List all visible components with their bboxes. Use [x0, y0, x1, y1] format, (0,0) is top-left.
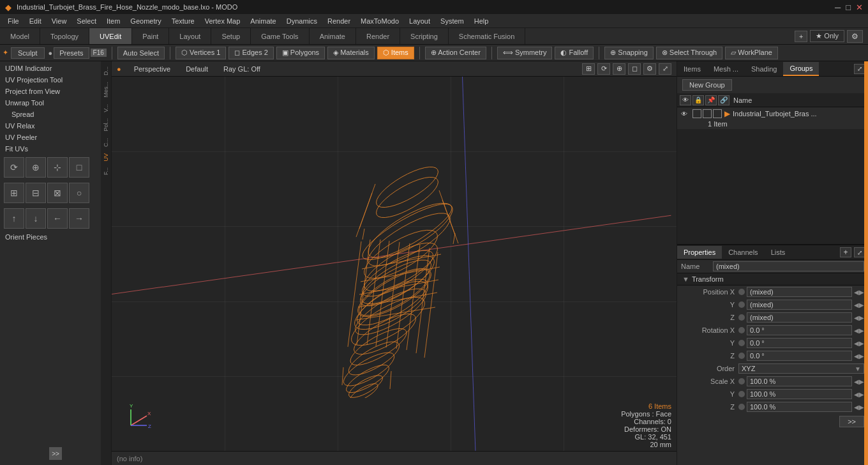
right-tab-mesh[interactable]: Mesh ... — [707, 63, 745, 75]
group-item-checkbox2[interactable] — [703, 109, 712, 118]
new-group-button[interactable]: New Group — [682, 79, 732, 91]
main-tab-animate[interactable]: Animate — [310, 28, 356, 44]
props-tab-lists[interactable]: Lists — [765, 246, 792, 259]
rotation-z-arrow[interactable]: ◀▶ — [854, 353, 864, 360]
tool-icon-2[interactable]: ⊕ — [26, 157, 46, 178]
viewport-settings-btn[interactable]: ⚙ — [643, 63, 656, 75]
tool-fit-uvs[interactable]: Fit UVs — [1, 143, 110, 155]
group-item-row[interactable]: 👁 ▶ Industrial_Turbojet_Bras ... — [677, 107, 868, 120]
right-tab-items[interactable]: Items — [677, 63, 707, 75]
menu-item-maxtomodo[interactable]: MaxToModo — [355, 16, 404, 26]
edges-button[interactable]: ◻ Edges 2 — [228, 47, 273, 59]
groups-lock-btn[interactable]: 🔒 — [692, 95, 704, 105]
arrow-down[interactable]: ↓ — [26, 208, 46, 229]
tool-unwrap[interactable]: Unwrap Tool — [1, 97, 110, 109]
rotation-z-value[interactable]: 0.0 ° — [747, 351, 852, 361]
vertices-button[interactable]: ⬡ Vertices 1 — [176, 47, 226, 59]
side-tab-v[interactable]: V... — [101, 102, 110, 115]
menu-item-animate[interactable]: Animate — [245, 16, 281, 26]
menu-item-view[interactable]: View — [47, 16, 72, 26]
side-tab-pol[interactable]: Pol... — [101, 116, 110, 134]
tool-icon-1[interactable]: ⟳ — [4, 157, 24, 178]
viewport-fit-btn[interactable]: ◻ — [628, 63, 641, 75]
transform-section-header[interactable]: ▼ Transform — [677, 273, 868, 286]
polygons-button[interactable]: ▣ Polygons — [276, 47, 325, 59]
menu-item-help[interactable]: Help — [469, 16, 494, 26]
rotation-x-arrow[interactable]: ◀▶ — [854, 327, 864, 334]
tabbar-gear-button[interactable]: ⚙ — [847, 30, 863, 43]
main-tab-scripting[interactable]: Scripting — [400, 28, 449, 44]
position-y-dot[interactable] — [738, 301, 745, 308]
position-z-dot[interactable] — [738, 314, 745, 321]
menu-item-item[interactable]: Item — [101, 16, 125, 26]
tabbar-plus-button[interactable]: + — [795, 31, 807, 42]
action-center-button[interactable]: ⊕ Action Center — [425, 47, 486, 59]
viewport-perspective-tab[interactable]: Perspective — [129, 64, 176, 74]
props-tab-properties[interactable]: Properties — [677, 246, 722, 259]
tool-uv-relax[interactable]: UV Relax — [1, 120, 110, 132]
menu-item-geometry[interactable]: Geometry — [125, 16, 166, 26]
close-button[interactable]: ✕ — [856, 3, 863, 12]
right-tab-shading[interactable]: Shading — [745, 63, 783, 75]
menu-item-file[interactable]: File — [3, 16, 24, 26]
tool-udim-indicator[interactable]: UDIM Indicator — [1, 63, 110, 74]
items-button[interactable]: ⬡ Items — [377, 47, 414, 59]
arrow-right[interactable]: → — [69, 208, 89, 229]
position-x-value[interactable]: (mixed) — [747, 287, 852, 297]
side-tab-c[interactable]: C... — [101, 135, 110, 149]
auto-select-button[interactable]: Auto Select — [117, 47, 165, 59]
sculpt-button[interactable]: Sculpt — [11, 47, 45, 59]
groups-visibility-btn[interactable]: 👁 — [680, 95, 691, 105]
group-item-checkbox3[interactable] — [713, 109, 722, 118]
main-tab-topology[interactable]: Topology — [40, 28, 89, 44]
tool-project-from-view[interactable]: Project from View — [1, 86, 110, 97]
presets-button[interactable]: Presets — [54, 47, 89, 59]
main-tab-paint[interactable]: Paint — [132, 28, 169, 44]
tool-icon-4[interactable]: □ — [69, 157, 89, 178]
tabbar-star-only-button[interactable]: ★ Only — [810, 30, 844, 42]
scale-y-arrow[interactable]: ◀▶ — [854, 391, 864, 398]
props-tab-channels[interactable]: Channels — [722, 246, 764, 259]
tool-icon-6[interactable]: ⊟ — [26, 183, 46, 203]
viewport-layout-btn[interactable]: ⊞ — [582, 63, 595, 75]
main-tab-layout[interactable]: Layout — [169, 28, 211, 44]
expand-panel-button[interactable]: >> — [49, 447, 62, 460]
scale-z-value[interactable]: 100.0 % — [747, 402, 852, 412]
side-tab-uv[interactable]: UV — [101, 151, 110, 164]
main-tab-render[interactable]: Render — [356, 28, 400, 44]
main-tab-uvedit[interactable]: UVEdit — [89, 28, 132, 44]
scale-z-dot[interactable] — [738, 404, 745, 410]
scale-y-dot[interactable] — [738, 391, 745, 397]
f16-key[interactable]: F16 — [91, 49, 107, 57]
viewport[interactable]: ● Perspective Default Ray GL: Off ⊞ ⟳ ⊕ … — [112, 61, 677, 465]
tool-icon-8[interactable]: ○ — [69, 183, 89, 203]
viewport-canvas[interactable]: 6 Items Polygons : Face Channels: 0 Defo… — [112, 77, 677, 451]
viewport-raygl-tab[interactable]: Ray GL: Off — [218, 64, 266, 74]
position-y-arrow[interactable]: ◀▶ — [854, 301, 864, 309]
tool-icon-3[interactable]: ⊹ — [47, 157, 68, 178]
select-through-button[interactable]: ⊗ Select Through — [656, 47, 722, 59]
side-tab-mes[interactable]: Mes... — [101, 79, 110, 100]
groups-link-btn[interactable]: 🔗 — [718, 95, 730, 105]
workplane-button[interactable]: ▱ WorkPlane — [725, 47, 778, 59]
falloff-button[interactable]: ◐ Falloff — [555, 47, 594, 59]
arrow-left[interactable]: ← — [47, 208, 68, 229]
main-tab-schematic-fusion[interactable]: Schematic Fusion — [449, 28, 525, 44]
viewport-expand-btn[interactable]: ⤢ — [659, 63, 671, 75]
menu-item-render[interactable]: Render — [322, 16, 355, 26]
props-apply-btn[interactable]: >> — [839, 416, 864, 427]
tool-icon-7[interactable]: ⊠ — [47, 183, 68, 203]
group-item-eye[interactable]: 👁 — [681, 111, 687, 118]
menu-item-dynamics[interactable]: Dynamics — [281, 16, 322, 26]
main-tab-setup[interactable]: Setup — [211, 28, 251, 44]
tool-uv-projection[interactable]: UV Projection Tool — [1, 74, 110, 86]
menu-item-system[interactable]: System — [435, 16, 469, 26]
viewport-zoom-btn[interactable]: ⊕ — [613, 63, 625, 75]
scale-x-value[interactable]: 100.0 % — [747, 376, 852, 386]
snapping-button[interactable]: ⊕ Snapping — [604, 47, 654, 59]
main-tab-model[interactable]: Model — [0, 28, 40, 44]
rotation-z-dot[interactable] — [738, 353, 745, 359]
side-tab-f[interactable]: F... — [101, 165, 110, 178]
order-value[interactable]: XYZ ▼ — [738, 363, 864, 374]
rotation-x-value[interactable]: 0.0 ° — [747, 325, 852, 335]
